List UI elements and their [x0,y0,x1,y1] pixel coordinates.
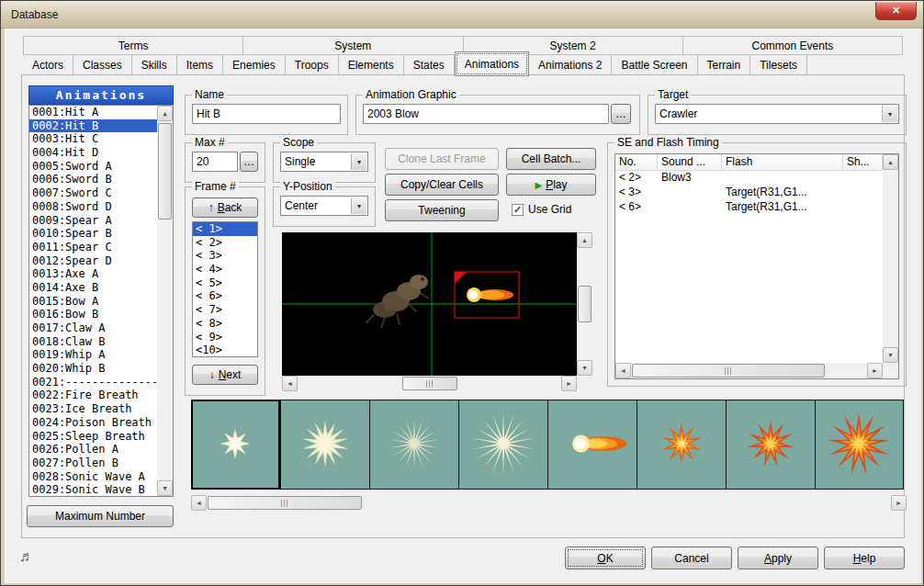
frame-list-item[interactable]: < 5> [193,276,257,290]
tab[interactable]: Common Events [683,37,902,54]
column-header-no[interactable]: No. [615,154,658,171]
copy-clear-cells-button[interactable]: Copy/Clear Cells [385,174,499,196]
tab[interactable]: Elements [339,54,404,75]
frame-list-item[interactable]: < 1> [193,222,257,236]
animations-list-scrollbar[interactable]: ▲ ▼ [157,106,173,496]
animation-graphic-browse-button[interactable]: … [611,104,631,124]
scroll-thumb[interactable] [158,123,172,220]
name-input[interactable]: Hit B [192,104,341,124]
tab[interactable]: System [243,37,463,54]
scroll-up-icon[interactable]: ▲ [883,154,898,170]
scroll-left-icon[interactable]: ◄ [282,376,298,391]
film-cell[interactable] [191,400,280,490]
tab[interactable]: Items [177,54,223,75]
scroll-track[interactable] [631,363,867,378]
animation-list-item[interactable]: 0009:Spear A [29,214,173,228]
table-row[interactable]: < 2> Blow3 [615,171,883,186]
apply-button[interactable]: Apply [738,547,818,569]
y-position-select[interactable]: Center ▼ [280,196,368,216]
film-cell[interactable] [369,400,458,490]
film-cell[interactable] [280,400,369,490]
canvas-vscrollbar[interactable]: ▲ ▼ [577,232,592,376]
animation-list-item[interactable]: 0013:Axe A [29,267,173,281]
scroll-track[interactable] [157,121,173,480]
scroll-down-icon[interactable]: ▼ [883,347,898,363]
animation-list-item[interactable]: 0026:Pollen A [29,443,173,456]
animation-list-item[interactable]: 0001:Hit A [29,106,173,119]
animation-list-item[interactable]: 0005:Sword A [29,160,173,174]
frame-list-item[interactable]: < 4> [193,263,257,276]
tab[interactable]: Enemies [223,54,286,75]
animation-list-item[interactable]: 0024:Poison Breath [29,416,173,430]
tab[interactable]: Classes [73,54,132,75]
tab[interactable]: Actors [23,54,73,75]
scroll-thumb[interactable] [208,496,362,510]
scroll-track[interactable] [298,376,561,391]
scroll-up-icon[interactable]: ▲ [157,106,173,121]
animation-list-item[interactable]: 0004:Hit D [29,146,173,160]
animation-list-item[interactable]: 0018:Claw B [29,335,173,349]
scroll-left-icon[interactable]: ◄ [191,495,207,511]
tab[interactable]: Terms [24,37,243,54]
scroll-thumb[interactable] [578,286,592,322]
animation-list-item[interactable]: 0015:Bow A [29,295,173,309]
animation-list-item[interactable]: 0022:Fire Breath [29,389,173,402]
animation-list-item[interactable]: 0016:Bow B [29,308,173,321]
tab[interactable]: Battle Screen [612,54,697,75]
film-cell[interactable] [458,400,547,490]
tab[interactable]: Animations 2 [529,54,612,75]
animation-graphic-input[interactable]: 2003 Blow [363,104,609,124]
animation-list-item[interactable]: 0008:Sword D [29,200,173,214]
column-header-sound[interactable]: Sound ... [658,154,722,171]
ok-button[interactable]: OK [565,547,646,569]
scroll-right-icon[interactable]: ► [891,495,907,511]
scroll-down-icon[interactable]: ▼ [577,360,592,376]
play-button[interactable]: ▶ Play [506,174,596,196]
use-grid-checkbox[interactable]: ✓ Use Grid [512,203,571,216]
animation-preview-canvas[interactable] [282,232,577,376]
scroll-thumb[interactable] [402,377,457,390]
scroll-track[interactable] [883,170,898,347]
frame-list-item[interactable]: < 9> [193,331,257,344]
film-cell[interactable] [815,400,904,490]
se-flash-vscrollbar[interactable]: ▲ ▼ [883,154,898,363]
tab[interactable]: States [404,54,455,75]
frame-list-item[interactable]: < 7> [193,303,257,317]
tab[interactable]: Skills [132,54,177,75]
cell-batch-button[interactable]: Cell Batch... [506,148,596,170]
frame-back-button[interactable]: ↑ Back [192,197,258,218]
animation-list-item[interactable]: 0012:Spear D [29,254,173,268]
tweening-button[interactable]: Tweening [385,199,499,221]
film-cell[interactable] [547,400,637,490]
scroll-thumb[interactable] [632,364,825,378]
scroll-right-icon[interactable]: ► [867,363,883,378]
max-spin-button[interactable]: … [240,152,258,172]
frame-list-item[interactable]: < 8> [193,317,257,331]
close-button[interactable]: ✕ [875,2,917,20]
animation-list-item[interactable]: 0017:Claw A [29,321,173,335]
animation-list-item[interactable]: 0006:Sword B [29,173,173,186]
film-cell[interactable] [726,400,815,490]
dropdown-arrow-icon[interactable]: ▼ [351,153,366,170]
animation-list-item[interactable]: 0007:Sword C [29,186,173,200]
frame-list-item[interactable]: < 3> [193,249,257,263]
dropdown-arrow-icon[interactable]: ▼ [351,197,366,214]
tab[interactable]: Tilesets [750,54,807,75]
max-input[interactable]: 20 [192,152,238,172]
canvas-hscrollbar[interactable]: ◄ ► [282,376,577,391]
animation-list-item[interactable]: 0028:Sonic Wave A [29,470,173,484]
scroll-up-icon[interactable]: ▲ [577,232,592,248]
clone-last-frame-button[interactable]: Clone Last Frame [385,148,499,170]
strip-hscrollbar[interactable]: ◄ ► [191,495,907,511]
frame-list-item[interactable]: < 6> [193,289,257,303]
scroll-right-icon[interactable]: ► [561,376,577,391]
scope-select[interactable]: Single ▼ [280,152,368,172]
animation-list-item[interactable]: 0025:Sleep Breath [29,430,173,444]
animation-list-item[interactable]: 0019:Whip A [29,348,173,362]
cancel-button[interactable]: Cancel [651,547,732,569]
dropdown-arrow-icon[interactable]: ▼ [882,106,897,122]
frame-next-button[interactable]: ↓ Next [192,365,258,385]
animation-list-item[interactable]: 0029:Sonic Wave B [29,483,173,497]
table-row[interactable]: < 3> Target(R31,G1... [615,186,883,200]
column-header-shake[interactable]: Sh... [843,154,883,171]
